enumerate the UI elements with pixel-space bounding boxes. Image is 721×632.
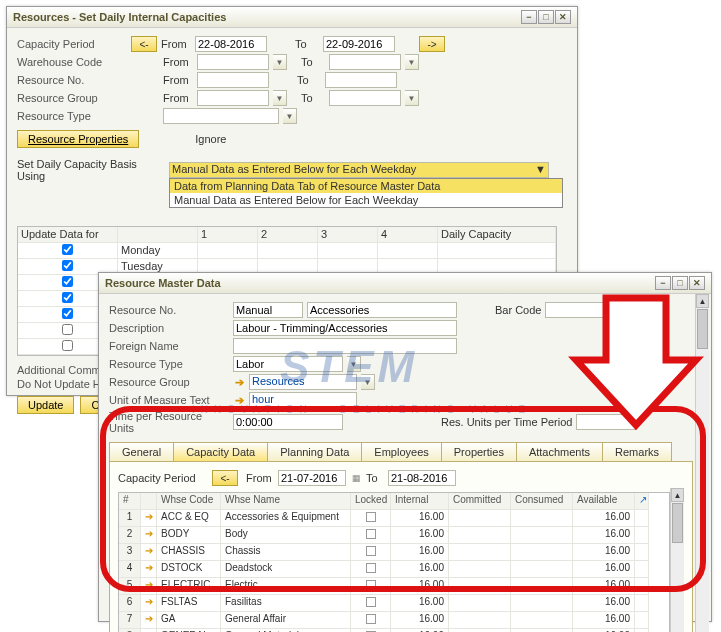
dropdown-icon[interactable]: ▼ [405, 90, 419, 106]
tab-remarks[interactable]: Remarks [602, 442, 672, 461]
drill-icon[interactable]: ➔ [233, 376, 245, 389]
cap-from-input[interactable] [278, 470, 346, 486]
foreign-name-input[interactable] [233, 338, 457, 354]
drill-icon[interactable]: ➔ [141, 544, 157, 561]
table-row[interactable]: 1➔ACC & EQAccessories & Equipment16.0016… [119, 510, 669, 527]
expand-icon[interactable]: ↗ [635, 493, 649, 510]
tab-general[interactable]: General [109, 442, 174, 461]
whse-to-input[interactable] [329, 54, 401, 70]
col-header: Committed [449, 493, 511, 510]
resource-group-link[interactable]: Resources [249, 374, 357, 390]
titlebar[interactable]: Resource Master Data − □ ✕ [99, 273, 711, 294]
prev-period-button[interactable]: <- [131, 36, 157, 52]
col-header: Whse Name [221, 493, 351, 510]
locked-checkbox[interactable] [366, 580, 376, 590]
dropdown-icon[interactable]: ▼ [273, 90, 287, 106]
tab-properties[interactable]: Properties [441, 442, 517, 461]
dropdown-icon[interactable]: ▼ [361, 374, 375, 390]
dropdown-icon[interactable]: ▼ [283, 108, 297, 124]
window-title: Resources - Set Daily Internal Capacitie… [13, 11, 226, 23]
drill-icon[interactable]: ➔ [141, 561, 157, 578]
dropdown-option[interactable]: Data from Planning Data Tab of Resource … [170, 179, 562, 193]
to-label-3: To [297, 74, 321, 86]
grp-from-input[interactable] [197, 90, 269, 106]
day-checkbox[interactable] [62, 324, 73, 335]
locked-checkbox[interactable] [366, 512, 376, 522]
from-date-input[interactable] [195, 36, 267, 52]
close-button[interactable]: ✕ [689, 276, 705, 290]
day-checkbox[interactable] [62, 260, 73, 271]
locked-checkbox[interactable] [366, 614, 376, 624]
rtype-input[interactable] [163, 108, 279, 124]
day-checkbox[interactable] [62, 308, 73, 319]
to-label-2: To [301, 56, 325, 68]
locked-checkbox[interactable] [366, 563, 376, 573]
dropdown-icon[interactable]: ▼ [405, 54, 419, 70]
window-title: Resource Master Data [105, 277, 221, 289]
dropdown-icon[interactable]: ▼ [273, 54, 287, 70]
res-from-input[interactable] [197, 72, 269, 88]
grp-to-input[interactable] [329, 90, 401, 106]
table-row[interactable]: 5➔ELECTRICElectric16.0016.00 [119, 578, 669, 595]
resource-type-label: Resource Type [17, 110, 127, 122]
res-to-input[interactable] [325, 72, 397, 88]
tab-employees[interactable]: Employees [361, 442, 441, 461]
drill-icon[interactable]: ➔ [141, 578, 157, 595]
drill-icon[interactable]: ➔ [233, 394, 245, 407]
drill-icon[interactable]: ➔ [141, 510, 157, 527]
basis-select[interactable]: Manual Data as Entered Below for Each We… [169, 162, 549, 178]
locked-checkbox[interactable] [366, 597, 376, 607]
table-row[interactable]: 3➔CHASSISChassis16.0016.00 [119, 544, 669, 561]
vertical-scrollbar[interactable]: ▲ ▼ [695, 294, 709, 632]
table-row[interactable]: 6➔FSLTASFasilitas16.0016.00 [119, 595, 669, 612]
drill-icon[interactable]: ➔ [141, 612, 157, 629]
basis-dropdown-list[interactable]: Data from Planning Data Tab of Resource … [169, 178, 563, 208]
to-label: To [295, 38, 319, 50]
capacity-period-label: Capacity Period [17, 38, 127, 50]
tab-attachments[interactable]: Attachments [516, 442, 603, 461]
resource-no-type[interactable] [233, 302, 303, 318]
cap-to-input[interactable] [388, 470, 456, 486]
dropdown-option[interactable]: Manual Data as Entered Below for Each We… [170, 193, 562, 207]
next-period-button[interactable]: -> [419, 36, 445, 52]
day-checkbox[interactable] [62, 276, 73, 287]
day-checkbox[interactable] [62, 340, 73, 351]
to-date-input[interactable] [323, 36, 395, 52]
locked-checkbox[interactable] [366, 546, 376, 556]
tab-planning-data[interactable]: Planning Data [267, 442, 362, 461]
minimize-button[interactable]: − [655, 276, 671, 290]
description-input[interactable] [233, 320, 457, 336]
titlebar[interactable]: Resources - Set Daily Internal Capacitie… [7, 7, 577, 28]
drill-icon[interactable]: ➔ [141, 527, 157, 544]
close-button[interactable]: ✕ [555, 10, 571, 24]
calendar-icon[interactable]: ▦ [350, 473, 362, 483]
prev-period-button[interactable]: <- [212, 470, 238, 486]
table-row[interactable]: 4➔DSTOCKDeadstock16.0016.00 [119, 561, 669, 578]
minimize-button[interactable]: − [521, 10, 537, 24]
scroll-up-icon[interactable]: ▲ [696, 294, 709, 308]
res-units-input[interactable] [576, 414, 636, 430]
scroll-up-icon[interactable]: ▲ [671, 488, 684, 502]
resource-properties-button[interactable]: Resource Properties [17, 130, 139, 148]
maximize-button[interactable]: □ [538, 10, 554, 24]
day-checkbox[interactable] [62, 244, 73, 255]
maximize-button[interactable]: □ [672, 276, 688, 290]
table-row[interactable]: 7➔GAGeneral Affair16.0016.00 [119, 612, 669, 629]
tabs: GeneralCapacity DataPlanning DataEmploye… [109, 442, 693, 462]
table-row[interactable]: 2➔BODYBody16.0016.00 [119, 527, 669, 544]
dropdown-icon[interactable]: ▼ [347, 356, 361, 372]
resource-type-input[interactable] [233, 356, 343, 372]
tab-capacity-data[interactable]: Capacity Data [173, 442, 268, 461]
drill-icon[interactable]: ➔ [141, 595, 157, 612]
scroll-thumb[interactable] [672, 503, 683, 543]
locked-checkbox[interactable] [366, 529, 376, 539]
resource-no-value[interactable] [307, 302, 457, 318]
whse-from-input[interactable] [197, 54, 269, 70]
day-checkbox[interactable] [62, 292, 73, 303]
update-button[interactable]: Update [17, 396, 74, 414]
barcode-input[interactable] [545, 302, 635, 318]
grid-scrollbar[interactable]: ▲ ▼ [670, 488, 684, 632]
uom-link[interactable]: hour [249, 392, 357, 408]
time-per-unit-input[interactable] [233, 414, 343, 430]
scroll-thumb[interactable] [697, 309, 708, 349]
